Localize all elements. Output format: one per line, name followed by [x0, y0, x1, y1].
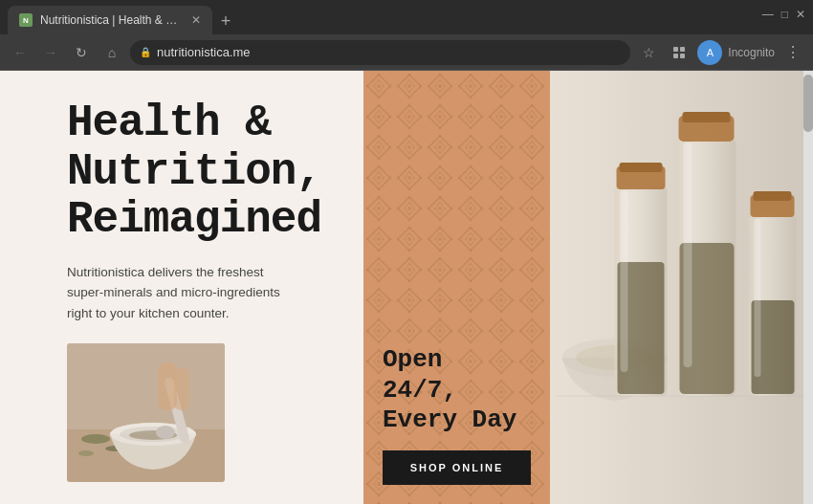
spice-background [550, 71, 813, 504]
home-button[interactable]: ⌂ [99, 40, 124, 65]
svg-point-8 [78, 450, 94, 456]
svg-rect-35 [620, 163, 663, 172]
tab-bar: N Nutritionistica | Health & Nutri... ✕ … [0, 0, 813, 34]
hero-title-line2: Nutrition, [67, 148, 335, 197]
scrollbar-thumb[interactable] [803, 75, 813, 132]
scrollbar[interactable] [803, 71, 813, 504]
decorative-pattern [363, 71, 550, 504]
svg-point-14 [156, 426, 175, 439]
extensions-button[interactable] [667, 40, 692, 65]
forward-button[interactable]: → [38, 40, 63, 65]
svg-rect-1 [680, 47, 685, 52]
svg-rect-37 [621, 190, 628, 372]
hero-description: Nutritionistica delivers the freshest su… [67, 262, 287, 324]
hero-title-line1: Health & [67, 99, 335, 148]
svg-rect-42 [684, 142, 692, 367]
svg-rect-29 [363, 71, 550, 504]
navigation-bar: ← → ↻ ⌂ 🔒 nutritionistica.me ☆ [0, 34, 813, 71]
hero-title-line3: Reimagined [67, 196, 335, 245]
tab-close-button[interactable]: ✕ [191, 13, 201, 27]
svg-point-6 [81, 434, 110, 444]
incognito-label: Incognito [728, 46, 775, 59]
mortar-image [67, 343, 225, 482]
shop-online-button[interactable]: SHOP ONLINE [383, 450, 531, 485]
close-button[interactable]: ✕ [796, 8, 805, 21]
svg-rect-45 [754, 191, 792, 201]
new-tab-button[interactable]: + [212, 8, 239, 34]
website-content: Health & Nutrition, Reimagined Nutrition… [0, 71, 813, 504]
refresh-button[interactable]: ↻ [69, 40, 94, 65]
tagline-line1: Open 24/7, [383, 345, 531, 405]
content-right [550, 71, 813, 504]
browser-menu-button[interactable]: ⋮ [780, 40, 805, 65]
hero-title: Health & Nutrition, Reimagined [67, 99, 335, 245]
address-bar[interactable]: 🔒 nutritionistica.me [130, 40, 630, 65]
tagline-line2: Every Day [383, 405, 531, 435]
url-text: nutritionistica.me [157, 45, 621, 59]
profile-letter: A [707, 47, 714, 58]
svg-rect-2 [673, 54, 678, 58]
mortar-placeholder [67, 343, 225, 482]
profile-button[interactable]: A [697, 40, 722, 65]
minimize-button[interactable]: — [762, 8, 774, 21]
content-left: Health & Nutrition, Reimagined Nutrition… [0, 71, 363, 504]
nav-right-controls: ☆ A Incognito ⋮ [636, 40, 805, 65]
active-tab[interactable]: N Nutritionistica | Health & Nutri... ✕ [8, 6, 212, 34]
spice-jars-illustration [550, 71, 813, 504]
svg-rect-47 [755, 219, 761, 377]
svg-rect-16 [174, 367, 189, 410]
svg-rect-0 [673, 47, 678, 52]
svg-rect-40 [683, 112, 731, 122]
tab-favicon: N [19, 13, 33, 27]
tab-title: Nutritionistica | Health & Nutri... [40, 13, 184, 27]
lock-icon: 🔒 [140, 47, 151, 57]
bookmark-button[interactable]: ☆ [636, 40, 661, 65]
open-tagline: Open 24/7, Every Day [383, 345, 531, 435]
maximize-button[interactable]: □ [781, 8, 788, 21]
back-button[interactable]: ← [8, 40, 33, 65]
svg-rect-3 [680, 54, 685, 58]
center-panel: Open 24/7, Every Day SHOP ONLINE [363, 71, 550, 504]
